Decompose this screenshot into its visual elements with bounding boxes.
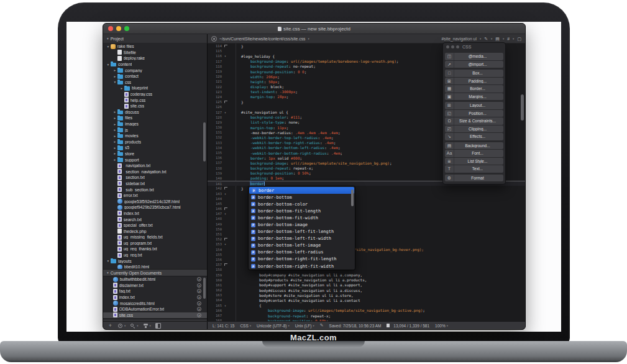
editor-scrollbar[interactable] <box>521 94 524 121</box>
actions-menu[interactable]: ▾ <box>143 323 151 329</box>
language-menu[interactable]: CSS▾ <box>240 324 251 328</box>
close-icon[interactable]: ✕ <box>197 295 201 299</box>
encoding-menu[interactable]: Unicode (UTF-8)▾ <box>257 324 290 328</box>
open-documents-header[interactable]: ▾ Currently Open Documents <box>103 269 207 276</box>
tree-item-help-css[interactable]: help.css <box>103 97 207 103</box>
tree-scrollbar[interactable] <box>203 122 206 162</box>
close-icon[interactable]: ✕ <box>197 283 201 288</box>
code-line-166[interactable]: 166background-image: url(/images/templat… <box>208 308 525 313</box>
tree-item-files[interactable]: ▸files <box>103 115 207 121</box>
zoom-menu[interactable]: 100%▾ <box>435 324 448 328</box>
palette-close-icon[interactable] <box>446 45 449 48</box>
tree-item-section-navigation-txt[interactable]: _section_navigation.txt <box>103 168 207 175</box>
completion-item-border-bottom-right-fit-width[interactable]: Pborder-bottom-right-fit-width <box>249 263 355 270</box>
tree-item-special-offer-txt[interactable]: special_offer.txt <box>103 222 207 229</box>
code-line-164[interactable]: 164body#contact #site_navigation ul li a… <box>208 298 525 303</box>
palette-button-font[interactable]: AaFont... <box>445 150 503 157</box>
close-icon[interactable]: ✕ <box>197 301 201 306</box>
completion-item-border-bottom-color[interactable]: Pborder-bottom-color <box>249 201 355 207</box>
tree-item-products[interactable]: ▸products <box>103 139 207 145</box>
editable-icon[interactable]: ✎ <box>320 323 324 328</box>
tree-item-section-txt[interactable]: _section.txt <box>103 175 207 181</box>
tree-item-discuss[interactable]: ▸discuss <box>103 109 207 116</box>
close-icon[interactable]: ✕ <box>197 307 201 311</box>
open-doc-mosaiccredits-html[interactable]: mosaiccredits.html✕ <box>103 300 207 306</box>
tree-item-company[interactable]: ▸company <box>103 67 207 73</box>
palette-button-media[interactable]: ◫@media... <box>445 53 503 60</box>
tree-item-sidebar-txt[interactable]: _sidebar.txt <box>103 181 207 187</box>
close-icon[interactable]: ✕ <box>197 313 201 317</box>
tree-item-error-txt[interactable]: error.txt <box>103 193 207 199</box>
counterparts-icon[interactable] <box>211 36 217 42</box>
clippings-icon[interactable]: ▤ <box>495 37 500 41</box>
completion-item-border-bottom-image[interactable]: Pborder-bottom-image <box>249 221 355 228</box>
palette-button-box[interactable]: □Box... <box>445 70 503 77</box>
close-icon[interactable]: ✕ <box>197 277 201 281</box>
code-line-165[interactable]: 165▾{ <box>208 303 525 308</box>
palette-button-clipping[interactable]: ◰Clipping... <box>445 125 503 133</box>
project-header[interactable]: ▾ Project <box>103 34 208 43</box>
open-documents-scrollbar[interactable] <box>203 278 206 299</box>
palette-button-background[interactable]: ▤Background... <box>445 142 503 150</box>
tree-item-blueprint[interactable]: ▸blueprint <box>103 85 207 91</box>
palette-button-effects[interactable]: ↘Effects... <box>445 133 503 140</box>
clippings-dropdown-icon[interactable]: ▾ <box>503 37 504 40</box>
completion-item-border-bottom-left-fit-length[interactable]: Pborder-bottom-left-fit-length <box>249 229 355 235</box>
marker-icon[interactable]: # <box>507 37 510 41</box>
completion-item-border-bottom[interactable]: Pborder-bottom <box>249 194 355 201</box>
code-line-160[interactable]: 160body#products #site_navigation ul li … <box>208 278 525 283</box>
palette-button-list-style[interactable]: ≣List Style... <box>445 158 503 165</box>
tree-item-ug-missing-fields-txt[interactable]: ug_missing_fields.txt <box>103 234 207 240</box>
palette-button-padding[interactable]: ⊠Padding... <box>445 78 503 85</box>
palette-button-text[interactable]: TText... <box>445 165 503 173</box>
palette-button-border[interactable]: ▦Border... <box>445 85 503 93</box>
palette-button-size-constraints[interactable]: ΩSize & Constraints... <box>445 117 503 125</box>
tree-item-rake-files[interactable]: ▾rake files <box>103 43 207 50</box>
tree-item-sitefile[interactable]: Sitefile <box>103 50 207 56</box>
code-line-163[interactable]: 163body#store #site_navigation ul li a.s… <box>208 293 525 298</box>
open-doc-site-css[interactable]: site.css✕ <box>103 312 207 319</box>
tree-item-ug-reg-txt[interactable]: ug_reg.txt <box>103 252 207 258</box>
add-icon[interactable]: + <box>108 323 113 329</box>
tree-item-index-txt[interactable]: index.txt <box>103 211 207 217</box>
tree-item-site-css[interactable]: site.css <box>103 103 207 109</box>
recent-menu[interactable]: ▾ <box>117 323 126 329</box>
code-line-159[interactable]: 159body#company #site_navigation ul li a… <box>208 272 525 277</box>
open-doc-odbautomationerror-txt[interactable]: ODBAutomationError.txt✕ <box>103 306 207 312</box>
tree-item-css[interactable]: ▾css <box>103 80 207 86</box>
palette-button-position[interactable]: ◱Position... <box>445 110 503 117</box>
tree-item-content[interactable]: ▾content <box>103 61 207 68</box>
open-doc-disclaimer-txt[interactable]: disclaimer.txt✕ <box>103 283 207 289</box>
open-doc-builtwithbbedit-html[interactable]: builtwithbbedit.html✕ <box>103 276 207 283</box>
completion-item-border-bottom-left-fit-width[interactable]: Pborder-bottom-left-fit-width <box>249 235 355 242</box>
search-menu[interactable]: ▾ <box>130 323 138 329</box>
tree-item-google53f592ed214c32ff-html[interactable]: google53f592ed214c32ff.html <box>103 198 207 204</box>
code-line-168[interactable]: 168background-position: 0 50%; <box>208 318 525 321</box>
tree-item-store[interactable]: ▸store <box>103 151 207 157</box>
code-line-161[interactable]: 161body#support #site_navigation ul li a… <box>208 283 525 288</box>
tree-item-navigation-txt[interactable]: _navigation.txt <box>103 163 207 169</box>
palette-button-layout[interactable]: ⊞Layout... <box>445 102 503 109</box>
completion-item-border-bottom-left-radius[interactable]: Pborder-bottom-left-radius <box>249 249 355 256</box>
tree-item-search-txt[interactable]: search.txt <box>103 216 207 222</box>
tree-item-coderay-css[interactable]: coderay.css <box>103 91 207 98</box>
open-doc-faq-txt[interactable]: faq.txt✕ <box>103 288 207 294</box>
tree-item-ug-program-txt[interactable]: ug_program.txt <box>103 240 207 247</box>
document-options-icon[interactable]: ▢ <box>517 37 521 41</box>
context-selector[interactable]: #site_navigation ul <box>442 37 477 41</box>
code-line-162[interactable]: 162body#discuss #site_navigation ul li a… <box>208 288 525 293</box>
palette-titlebar[interactable]: CSS <box>443 43 505 51</box>
path-dropdown-icon[interactable]: ▾ <box>308 37 309 40</box>
context-dropdown-icon[interactable]: ▾ <box>480 37 481 40</box>
completion-item-border-bottom-fit-width[interactable]: Pborder-bottom-fit-width <box>249 214 355 221</box>
pencil-dropdown-icon[interactable]: ▾ <box>491 37 492 40</box>
close-icon[interactable]: ✕ <box>197 289 201 293</box>
tree-item-s5[interactable]: ▸s5 <box>103 145 207 151</box>
tree-item-support[interactable]: ▸support <box>103 157 207 163</box>
tree-item-bbedit10-html[interactable]: bbedit10.html <box>103 264 207 269</box>
tree-item-thedeck-php[interactable]: thedeck.php <box>103 228 207 234</box>
marker-dropdown-icon[interactable]: ▾ <box>513 37 514 40</box>
completion-item-border[interactable]: Pborder <box>249 187 354 194</box>
completion-scrollbar[interactable] <box>351 189 354 206</box>
open-doc-index-txt[interactable]: index.txt✕ <box>103 294 207 301</box>
